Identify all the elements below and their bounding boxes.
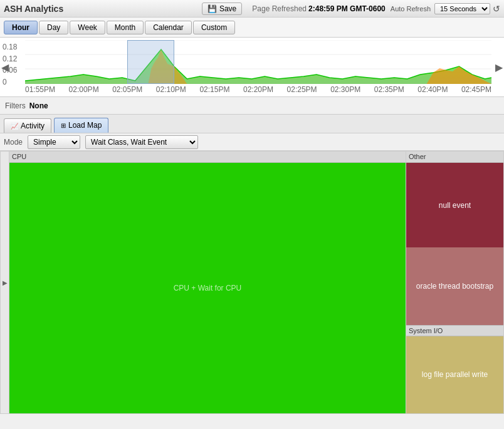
controls-bar: Mode Simple Advanced Wait Class, Wait Ev… bbox=[0, 133, 504, 151]
logfile-parallel-write-block[interactable]: log file parallel write bbox=[406, 336, 503, 414]
time-tabs-bar: Hour Day Week Month Calendar Custom bbox=[0, 18, 504, 38]
filters-value: None bbox=[29, 101, 48, 110]
refresh-time: 2:48:59 PM GMT-0600 bbox=[308, 4, 386, 13]
loadmap-inner: CPU CPU + Wait for CPU Other null event … bbox=[9, 152, 503, 413]
null-event-label: null event bbox=[439, 201, 471, 210]
cpu-label: CPU + Wait for CPU bbox=[174, 284, 242, 292]
tab-week[interactable]: Week bbox=[70, 21, 105, 34]
oracle-thread-bootstrap-block[interactable]: oracle thread bootstrap bbox=[406, 247, 503, 325]
filters-label: Filters bbox=[5, 101, 26, 110]
activity-icon: 📈 bbox=[11, 123, 18, 130]
app-title: ASH Analytics bbox=[4, 4, 63, 14]
chart-container: ◀ 0.18 0.12 0.06 0 bbox=[0, 38, 504, 97]
reload-button[interactable]: ↺ bbox=[493, 4, 500, 14]
null-event-block[interactable]: null event bbox=[406, 163, 503, 247]
tab-calendar[interactable]: Calendar bbox=[145, 21, 192, 34]
oracle-bootstrap-label: oracle thread bootstrap bbox=[416, 282, 493, 291]
app-header: ASH Analytics 💾 Save Page Refreshed 2:48… bbox=[0, 0, 504, 18]
save-button[interactable]: 💾 Save bbox=[202, 3, 242, 15]
save-icon: 💾 bbox=[207, 4, 217, 13]
mode-label: Mode bbox=[4, 138, 23, 147]
loadmap-columns: CPU CPU + Wait for CPU Other null event … bbox=[9, 152, 503, 413]
page-refreshed-label: Page Refreshed 2:48:59 PM GMT-0600 bbox=[252, 4, 386, 13]
tab-load-map[interactable]: ⊞ Load Map bbox=[54, 118, 108, 133]
chart-left-arrow[interactable]: ◀ bbox=[1, 61, 9, 73]
other-sections: null event oracle thread bootstrap Syste… bbox=[406, 163, 503, 413]
chart-area[interactable] bbox=[25, 40, 491, 84]
activity-tab-label: Activity bbox=[21, 121, 45, 130]
logfile-label: log file parallel write bbox=[422, 370, 488, 379]
cpu-column: CPU CPU + Wait for CPU bbox=[9, 152, 406, 413]
chart-svg bbox=[25, 40, 491, 84]
mode-select[interactable]: Simple Advanced bbox=[28, 135, 80, 149]
expand-button[interactable]: ▶ bbox=[1, 152, 9, 413]
chart-x-labels: 01:55PM 02:00PM 02:05PM 02:10PM 02:15PM … bbox=[25, 85, 491, 94]
loadmap-tab-label: Load Map bbox=[68, 121, 102, 130]
loadmap-container: ▶ CPU CPU + Wait for CPU Other null even… bbox=[0, 151, 504, 414]
refresh-interval-select[interactable]: 15 Seconds 30 Seconds 1 Minute 5 Minutes… bbox=[434, 3, 490, 14]
system-io-header: System I/O bbox=[406, 325, 503, 336]
tab-day[interactable]: Day bbox=[39, 21, 68, 34]
waitclass-select[interactable]: Wait Class, Wait Event Wait Class Wait E… bbox=[85, 135, 198, 149]
tab-hour[interactable]: Hour bbox=[4, 21, 38, 34]
cpu-header: CPU bbox=[9, 152, 406, 163]
loadmap-icon: ⊞ bbox=[61, 122, 66, 129]
tab-custom[interactable]: Custom bbox=[193, 21, 235, 34]
filters-bar: Filters None bbox=[0, 97, 504, 115]
tab-activity[interactable]: 📈 Activity bbox=[4, 118, 51, 133]
other-column: Other null event oracle thread bootstrap… bbox=[406, 152, 503, 413]
auto-refresh-label: Auto Refresh bbox=[391, 5, 431, 13]
chart-right-arrow[interactable]: ▶ bbox=[495, 61, 503, 73]
tab-month[interactable]: Month bbox=[107, 21, 144, 34]
view-tabs-bar: 📈 Activity ⊞ Load Map bbox=[0, 115, 504, 133]
save-label: Save bbox=[219, 4, 236, 13]
other-header: Other bbox=[406, 152, 503, 163]
cpu-body[interactable]: CPU + Wait for CPU bbox=[9, 163, 406, 413]
